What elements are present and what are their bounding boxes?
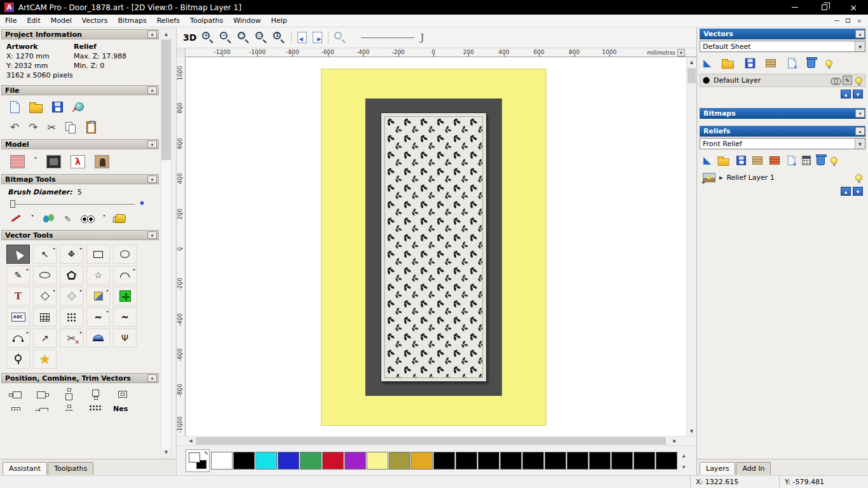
palette-swatch[interactable]	[611, 452, 633, 470]
offset-vectors-tool[interactable]: ▸	[33, 287, 57, 306]
menu-item[interactable]: Bitmaps	[113, 15, 152, 27]
merge-layers-icon[interactable]	[766, 59, 777, 67]
flyout-arrow-icon[interactable]: ▸	[80, 330, 82, 334]
palette-swatch[interactable]	[389, 452, 410, 470]
palette-swatch[interactable]	[545, 452, 566, 470]
combine-icon[interactable]	[62, 405, 78, 411]
create-arc-tool[interactable]: ▸	[113, 266, 137, 285]
collapse-button[interactable]: ▲	[147, 231, 157, 239]
collapse-button[interactable]: ▲	[855, 127, 865, 135]
scroll-down-arrow[interactable]: ▼	[161, 447, 171, 457]
vector-doctor-tool[interactable]	[6, 349, 30, 369]
new-model-icon[interactable]	[10, 101, 20, 113]
flyout-arrow-icon[interactable]: ▸	[27, 267, 29, 271]
palette-swatch[interactable]	[522, 452, 544, 470]
collapse-button[interactable]: ▲	[147, 30, 157, 38]
nest-tool-label[interactable]: Nes	[113, 405, 128, 411]
node-editing-tool[interactable]: ↖▸	[33, 245, 57, 264]
paste-icon[interactable]	[86, 121, 96, 133]
collapse-button[interactable]: ▲	[147, 175, 157, 183]
undo-icon[interactable]: ↶	[10, 122, 19, 133]
paste-vectors-tool[interactable]	[113, 287, 137, 306]
collapse-button[interactable]: ▲	[855, 30, 865, 38]
palette-swatch[interactable]	[500, 452, 522, 470]
view-3d-button[interactable]: 3D	[183, 32, 196, 43]
create-polygon-tool[interactable]	[60, 266, 83, 285]
scroll-left-arrow[interactable]: ◀	[186, 437, 196, 445]
primary-colour-swatch[interactable]	[189, 452, 200, 463]
combine-icon[interactable]	[9, 405, 24, 411]
menu-item[interactable]: Help	[266, 15, 292, 27]
scroll-down-arrow[interactable]: ▼	[687, 426, 696, 436]
palette-down-arrow[interactable]: ▼	[680, 463, 688, 470]
zoom-window-icon[interactable]: □	[238, 32, 250, 44]
relief-thumbnail[interactable]	[703, 173, 715, 182]
page-right-icon[interactable]: ▶	[313, 32, 322, 43]
create-text-tool[interactable]: T	[6, 287, 30, 306]
mdi-close-button[interactable]: ×	[857, 18, 862, 24]
duplicate-relief-icon[interactable]	[788, 156, 796, 165]
scroll-thumb[interactable]	[196, 437, 666, 445]
flyout-arrow-icon[interactable]: ▸	[53, 288, 55, 292]
slider-thumb[interactable]	[10, 200, 15, 208]
new-relief-layer-icon[interactable]	[703, 157, 711, 165]
palette-up-arrow[interactable]: ▲	[680, 451, 688, 459]
flyout-arrow-icon[interactable]: ▸	[133, 267, 135, 271]
relief-visibility-bulb-icon[interactable]	[855, 174, 862, 181]
expand-button[interactable]: ▼	[855, 109, 865, 118]
move-layer-up-button[interactable]: ▲	[841, 187, 851, 196]
drawing-canvas[interactable]	[186, 57, 686, 436]
scroll-up-arrow[interactable]: ▲	[687, 57, 696, 67]
fillet-vectors-tool[interactable]: ▸	[86, 287, 110, 306]
create-polyline-tool[interactable]: ✎▸	[6, 266, 30, 285]
page-left-icon[interactable]: ◀	[297, 32, 307, 43]
menu-item[interactable]: File	[0, 15, 22, 27]
layer-colour-swatch[interactable]	[703, 77, 710, 84]
toggle-relief-visibility-icon[interactable]	[831, 157, 837, 164]
palette-swatch[interactable]	[589, 452, 611, 470]
ruler-unit-dropdown[interactable]: ▼	[677, 49, 685, 57]
zoom-in-icon[interactable]: +	[202, 32, 214, 44]
sheet-selector[interactable]: Default Sheet ▼	[700, 41, 865, 52]
merge-relief-icon[interactable]	[752, 156, 764, 165]
select-vectors-tool[interactable]	[6, 245, 30, 264]
collapse-button[interactable]: ▲	[147, 86, 157, 94]
mdi-restore-button[interactable]	[846, 18, 850, 23]
open-model-icon[interactable]	[29, 104, 43, 113]
move-layer-down-button[interactable]: ▼	[853, 90, 863, 98]
lighting-icon[interactable]: λ	[71, 155, 85, 168]
menu-item[interactable]: Window	[228, 15, 266, 27]
vector-layer-row[interactable]: Default Layer ✎	[700, 74, 865, 87]
colour-eyes-icon[interactable]	[81, 215, 93, 222]
extrude-dome-tool[interactable]	[86, 329, 110, 348]
menu-item[interactable]: Toolpaths	[185, 15, 228, 27]
cut-icon[interactable]: ✂	[48, 121, 56, 133]
swap-colours-icon[interactable]: ✎	[204, 451, 208, 456]
zoom-previous-icon[interactable]	[334, 32, 346, 44]
direction-arrow-tool[interactable]: ↗	[33, 329, 57, 348]
move-layer-down-button[interactable]: ▼	[853, 187, 863, 196]
expand-arrow-icon[interactable]: ▶	[719, 175, 722, 180]
set-model-size-icon[interactable]	[10, 155, 25, 168]
scroll-up-arrow[interactable]: ▲	[161, 29, 171, 39]
point-array-tool[interactable]	[60, 308, 83, 327]
combine-icon[interactable]	[36, 405, 51, 411]
layer-visibility-bulb-icon[interactable]	[855, 77, 862, 84]
mdi-minimize-button[interactable]	[834, 20, 839, 21]
create-oval-tool[interactable]	[33, 266, 57, 285]
palette-swatch[interactable]	[211, 452, 233, 470]
redo-icon[interactable]: ↷	[29, 122, 37, 133]
flyout-arrow-icon[interactable]: ▸	[53, 246, 55, 250]
new-vector-layer-icon[interactable]	[703, 60, 711, 67]
vertical-scrollbar[interactable]: ▲ ▼	[686, 57, 696, 436]
snap-grid-tool[interactable]	[33, 308, 57, 327]
align-centre-icon[interactable]	[116, 388, 131, 402]
flyout-arrow-icon[interactable]: ▸	[107, 309, 109, 313]
brush-diameter-slider[interactable]	[8, 199, 153, 209]
collapse-button[interactable]: ▲	[147, 140, 157, 148]
flyout-arrow-icon[interactable]: ▸	[80, 288, 82, 292]
palette-swatch[interactable]	[233, 452, 255, 470]
paint-brush-icon[interactable]	[10, 213, 22, 224]
palette-swatch[interactable]	[322, 452, 344, 470]
open-layer-icon[interactable]	[722, 60, 734, 69]
